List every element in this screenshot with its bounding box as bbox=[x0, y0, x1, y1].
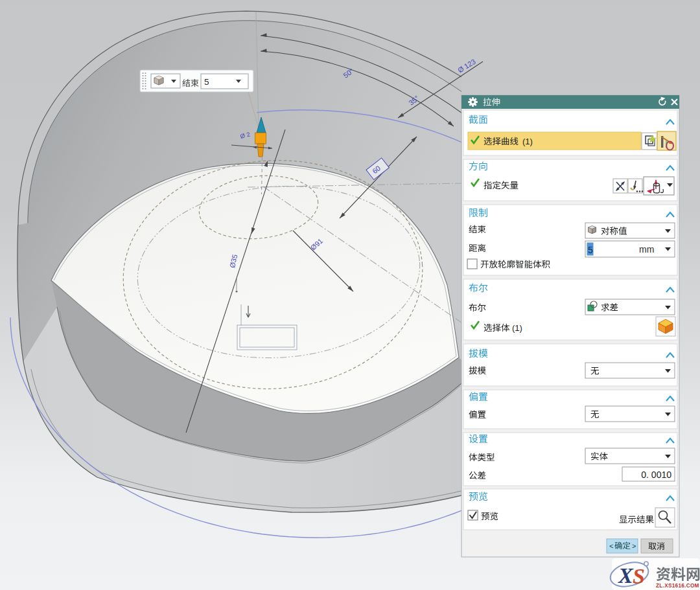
svg-text:>: > bbox=[632, 542, 636, 550]
svg-text:5: 5 bbox=[588, 245, 593, 255]
svg-text:X: X bbox=[618, 563, 634, 587]
svg-text:mm: mm bbox=[639, 244, 654, 255]
svg-text:0. 0010: 0. 0010 bbox=[641, 470, 671, 480]
svg-text:5: 5 bbox=[204, 77, 209, 87]
svg-text:(1): (1) bbox=[512, 323, 522, 333]
svg-text:S: S bbox=[633, 564, 645, 588]
svg-text:(1): (1) bbox=[522, 137, 533, 146]
svg-text:<: < bbox=[609, 542, 613, 550]
svg-text:ZL.XS1616.COM: ZL.XS1616.COM bbox=[656, 583, 699, 589]
